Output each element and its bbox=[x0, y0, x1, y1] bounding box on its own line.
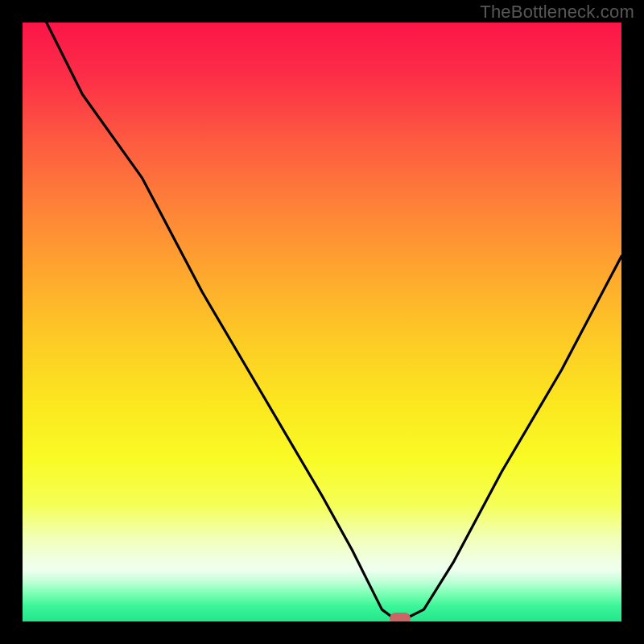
chart-plot-area bbox=[23, 23, 621, 621]
bottleneck-curve bbox=[23, 23, 621, 621]
minimum-marker-icon bbox=[390, 613, 411, 621]
watermark-text: TheBottleneck.com bbox=[480, 2, 634, 23]
